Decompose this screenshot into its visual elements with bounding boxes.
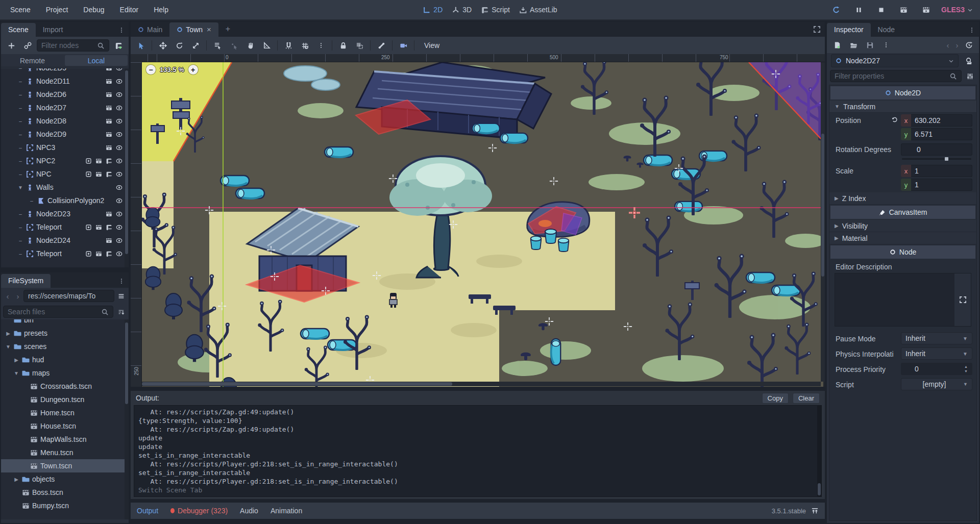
category-node[interactable]: Node [830, 245, 975, 259]
scene-icon[interactable] [106, 68, 112, 71]
scene-node-row[interactable]: – Node2D24 [1, 234, 125, 247]
tab-filesystem[interactable]: FileSystem [1, 274, 51, 288]
group-icon[interactable] [85, 158, 92, 164]
fs-sort-icon[interactable] [115, 305, 127, 318]
lock-object-button[interactable] [336, 39, 350, 52]
section-z-index[interactable]: ▶Z Index [829, 192, 976, 205]
physics-interpolation-dropdown[interactable]: Inherit▼ [901, 347, 972, 360]
scene-node-row[interactable]: ▼ Walls [1, 181, 125, 194]
category-node2d[interactable]: Node2D [830, 86, 975, 99]
renderer-dropdown[interactable]: GLES3 [941, 6, 973, 14]
menu-help[interactable]: Help [149, 4, 174, 16]
open-docs-button[interactable] [963, 54, 975, 67]
eye-icon[interactable] [116, 171, 122, 178]
scene-node-row[interactable]: – NPC3 [1, 141, 125, 154]
eye-icon[interactable] [116, 68, 122, 71]
fs-item-Boss.tscn[interactable]: Boss.tscn [1, 486, 125, 499]
scene-node-row[interactable]: – NPC2 [1, 154, 125, 167]
fs-item-Bumpy.tscn[interactable]: Bumpy.tscn [1, 499, 125, 512]
fs-item-Menu.tscn[interactable]: Menu.tscn [1, 446, 125, 459]
scene-icon[interactable] [106, 105, 112, 111]
category-canvasitem[interactable]: CanvasItem [830, 206, 975, 219]
expand-bottom-panel-icon[interactable] [811, 507, 819, 515]
workspace-script[interactable]: Script [481, 6, 510, 14]
scale-y-field[interactable]: 1 [911, 179, 972, 191]
bottom-tab-debugger[interactable]: Debugger (323) [170, 507, 228, 515]
scene-icon[interactable] [95, 224, 102, 231]
bottom-tab-audio[interactable]: Audio [240, 507, 258, 515]
tab-node[interactable]: Node [871, 23, 902, 37]
fs-display-mode-icon[interactable] [115, 289, 127, 303]
bottom-tab-animation[interactable]: Animation [271, 507, 302, 515]
script-icon[interactable] [106, 251, 112, 257]
eye-icon[interactable] [116, 131, 122, 138]
fs-item-scenes[interactable]: ▼scenes [1, 340, 125, 353]
editor-description-field[interactable] [835, 273, 971, 327]
scene-icon[interactable] [106, 78, 112, 85]
section-material[interactable]: ▶Material [829, 232, 976, 244]
fs-item-Crossroads.tscn[interactable]: Crossroads.tscn [1, 380, 125, 393]
scene-dock-menu-icon[interactable] [114, 26, 129, 37]
workspace-3d[interactable]: 3D [452, 6, 472, 14]
pause-mode-dropdown[interactable]: Inherit▼ [901, 332, 972, 344]
scene-icon[interactable] [106, 131, 112, 138]
script-icon[interactable] [106, 158, 112, 164]
eye-icon[interactable] [116, 224, 122, 231]
zoom-out-button[interactable]: − [146, 65, 156, 74]
history-forward-button[interactable]: › [952, 41, 962, 49]
workspace-assetlib[interactable]: AssetLib [519, 6, 557, 14]
fs-item-Home.tscn[interactable]: Home.tscn [1, 406, 125, 419]
eye-icon[interactable] [116, 91, 122, 98]
attach-script-button[interactable] [111, 39, 126, 52]
scale-tool-button[interactable] [188, 39, 203, 52]
new-resource-button[interactable] [830, 38, 844, 52]
workspace-2d[interactable]: 2D [423, 6, 443, 14]
menu-debug[interactable]: Debug [78, 4, 109, 16]
filter-properties-input[interactable]: Filter properties [830, 70, 962, 82]
instance-scene-button[interactable] [20, 39, 35, 52]
menu-editor[interactable]: Editor [115, 4, 144, 16]
scene-tab-town[interactable]: Town × [169, 22, 218, 37]
history-button[interactable] [962, 38, 976, 52]
scene-node-row[interactable]: – Node2D23 [1, 207, 125, 220]
skeleton-options-button[interactable] [374, 39, 388, 52]
remote-button[interactable]: Remote [1, 54, 64, 67]
zoom-in-button[interactable]: + [188, 65, 198, 74]
eye-icon[interactable] [116, 105, 122, 111]
smart-snap-button[interactable] [281, 39, 296, 52]
viewport-hscrollbar[interactable] [142, 382, 821, 386]
eye-icon[interactable] [116, 211, 122, 217]
select-tool-button[interactable] [134, 39, 148, 52]
eye-icon[interactable] [116, 251, 122, 257]
scene-icon[interactable] [106, 144, 112, 151]
tab-scene[interactable]: Scene [1, 23, 36, 37]
edited-object-selector[interactable]: Node2D27 [831, 54, 959, 67]
replay-button[interactable] [829, 3, 843, 16]
scene-node-row[interactable]: – Node2D9 [1, 128, 125, 141]
eye-icon[interactable] [116, 197, 122, 204]
eye-icon[interactable] [116, 158, 122, 164]
list-select-button[interactable] [210, 39, 225, 52]
fs-item-bin[interactable]: bin [1, 319, 125, 327]
group-icon[interactable] [85, 251, 92, 257]
scene-node-row[interactable]: – NPC [1, 167, 125, 181]
scene-node-row[interactable]: – CollisionPolygon2 [1, 194, 125, 207]
load-resource-button[interactable] [846, 38, 861, 52]
scene-node-row[interactable]: – Node2D7 [1, 101, 125, 114]
rotation-slider[interactable] [902, 158, 971, 160]
scene-tab-main[interactable]: Main [131, 23, 169, 37]
fs-forward-button[interactable]: › [13, 292, 22, 301]
process-priority-field[interactable]: 0▲▼ [901, 363, 972, 375]
section-transform[interactable]: ▼Transform [829, 101, 976, 113]
scene-icon[interactable] [95, 158, 102, 164]
spinner-icon[interactable]: ▲▼ [964, 365, 968, 373]
rotation-field[interactable]: 0 [901, 143, 972, 156]
snap-options-icon[interactable] [314, 39, 328, 52]
expand-icon[interactable] [959, 296, 967, 304]
fs-item-objects[interactable]: ▶objects [1, 472, 125, 486]
add-node-button[interactable] [4, 39, 18, 52]
revert-icon[interactable] [891, 116, 898, 123]
position-y-field[interactable]: 6.571 [911, 128, 972, 140]
camera-override-button[interactable] [396, 39, 410, 52]
pivot-tool-button[interactable] [227, 39, 241, 52]
